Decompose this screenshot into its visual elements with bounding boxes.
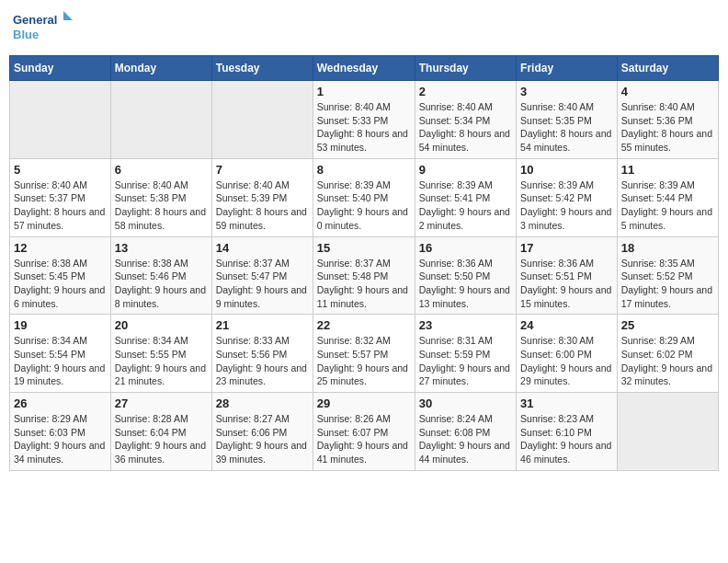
calendar-cell: 15Sunrise: 8:37 AM Sunset: 5:48 PM Dayli…	[313, 236, 415, 315]
day-detail: Sunrise: 8:27 AM Sunset: 6:06 PM Dayligh…	[216, 412, 309, 466]
calendar-cell: 7Sunrise: 8:40 AM Sunset: 5:39 PM Daylig…	[211, 158, 313, 236]
day-detail: Sunrise: 8:37 AM Sunset: 5:47 PM Dayligh…	[216, 257, 309, 311]
calendar-cell: 8Sunrise: 8:39 AM Sunset: 5:40 PM Daylig…	[313, 158, 415, 236]
day-number: 14	[216, 241, 309, 255]
day-detail: Sunrise: 8:34 AM Sunset: 5:54 PM Dayligh…	[14, 334, 107, 388]
day-detail: Sunrise: 8:29 AM Sunset: 6:03 PM Dayligh…	[14, 412, 107, 466]
day-detail: Sunrise: 8:39 AM Sunset: 5:41 PM Dayligh…	[419, 178, 512, 233]
day-detail: Sunrise: 8:23 AM Sunset: 6:10 PM Dayligh…	[520, 412, 613, 466]
day-number: 28	[216, 396, 309, 410]
weekday-header: Monday	[110, 56, 211, 81]
calendar-cell: 23Sunrise: 8:31 AM Sunset: 5:59 PM Dayli…	[415, 315, 516, 393]
day-detail: Sunrise: 8:40 AM Sunset: 5:36 PM Dayligh…	[621, 100, 714, 155]
day-detail: Sunrise: 8:39 AM Sunset: 5:40 PM Dayligh…	[317, 178, 411, 233]
calendar-week-row: 5Sunrise: 8:40 AM Sunset: 5:37 PM Daylig…	[10, 158, 719, 236]
calendar-cell: 27Sunrise: 8:28 AM Sunset: 6:04 PM Dayli…	[110, 393, 211, 471]
calendar-cell: 9Sunrise: 8:39 AM Sunset: 5:41 PM Daylig…	[415, 158, 516, 236]
calendar-cell: 28Sunrise: 8:27 AM Sunset: 6:06 PM Dayli…	[211, 393, 313, 471]
calendar-cell: 11Sunrise: 8:39 AM Sunset: 5:44 PM Dayli…	[617, 158, 718, 236]
day-number: 24	[520, 318, 613, 332]
day-detail: Sunrise: 8:34 AM Sunset: 5:55 PM Dayligh…	[115, 334, 208, 388]
day-detail: Sunrise: 8:24 AM Sunset: 6:08 PM Dayligh…	[419, 412, 512, 466]
calendar-cell: 19Sunrise: 8:34 AM Sunset: 5:54 PM Dayli…	[10, 315, 111, 393]
weekday-header: Thursday	[415, 56, 516, 81]
day-number: 2	[419, 85, 512, 98]
calendar-cell: 4Sunrise: 8:40 AM Sunset: 5:36 PM Daylig…	[617, 81, 718, 159]
calendar-cell: 16Sunrise: 8:36 AM Sunset: 5:50 PM Dayli…	[415, 236, 516, 315]
calendar-cell: 1Sunrise: 8:40 AM Sunset: 5:33 PM Daylig…	[313, 81, 415, 159]
day-number: 25	[621, 318, 714, 332]
day-detail: Sunrise: 8:40 AM Sunset: 5:39 PM Dayligh…	[216, 178, 309, 233]
day-number: 21	[216, 318, 309, 332]
day-detail: Sunrise: 8:40 AM Sunset: 5:35 PM Dayligh…	[520, 100, 613, 155]
calendar-week-row: 12Sunrise: 8:38 AM Sunset: 5:45 PM Dayli…	[10, 236, 719, 315]
calendar-cell: 31Sunrise: 8:23 AM Sunset: 6:10 PM Dayli…	[517, 393, 618, 471]
day-number: 19	[14, 318, 107, 332]
calendar-cell: 29Sunrise: 8:26 AM Sunset: 6:07 PM Dayli…	[313, 393, 415, 471]
calendar-week-row: 19Sunrise: 8:34 AM Sunset: 5:54 PM Dayli…	[10, 315, 719, 393]
calendar-cell: 17Sunrise: 8:36 AM Sunset: 5:51 PM Dayli…	[517, 236, 618, 315]
day-number: 20	[115, 318, 208, 332]
calendar-cell: 2Sunrise: 8:40 AM Sunset: 5:34 PM Daylig…	[415, 81, 516, 159]
day-detail: Sunrise: 8:40 AM Sunset: 5:34 PM Dayligh…	[419, 100, 512, 155]
calendar-cell	[10, 81, 111, 159]
day-detail: Sunrise: 8:38 AM Sunset: 5:46 PM Dayligh…	[115, 257, 208, 311]
calendar-cell: 26Sunrise: 8:29 AM Sunset: 6:03 PM Dayli…	[10, 393, 111, 471]
calendar-table: SundayMondayTuesdayWednesdayThursdayFrid…	[9, 55, 719, 471]
day-number: 5	[14, 163, 107, 177]
weekday-header: Wednesday	[313, 56, 415, 81]
calendar-cell: 10Sunrise: 8:39 AM Sunset: 5:42 PM Dayli…	[517, 158, 618, 236]
day-detail: Sunrise: 8:30 AM Sunset: 6:00 PM Dayligh…	[520, 334, 613, 388]
day-number: 9	[419, 163, 512, 177]
day-detail: Sunrise: 8:40 AM Sunset: 5:37 PM Dayligh…	[14, 178, 107, 233]
day-number: 13	[115, 241, 208, 255]
day-number: 1	[317, 85, 411, 98]
day-detail: Sunrise: 8:26 AM Sunset: 6:07 PM Dayligh…	[317, 412, 411, 466]
day-detail: Sunrise: 8:28 AM Sunset: 6:04 PM Dayligh…	[115, 412, 208, 466]
day-number: 29	[317, 396, 411, 410]
calendar-header-row: SundayMondayTuesdayWednesdayThursdayFrid…	[10, 56, 719, 81]
day-number: 30	[419, 396, 512, 410]
calendar-cell	[211, 81, 313, 159]
calendar-cell: 25Sunrise: 8:29 AM Sunset: 6:02 PM Dayli…	[617, 315, 718, 393]
calendar-cell	[110, 81, 211, 159]
calendar-cell: 20Sunrise: 8:34 AM Sunset: 5:55 PM Dayli…	[110, 315, 211, 393]
day-number: 6	[115, 163, 208, 177]
calendar-cell: 5Sunrise: 8:40 AM Sunset: 5:37 PM Daylig…	[10, 158, 111, 236]
day-detail: Sunrise: 8:35 AM Sunset: 5:52 PM Dayligh…	[621, 257, 714, 311]
day-detail: Sunrise: 8:31 AM Sunset: 5:59 PM Dayligh…	[419, 334, 512, 388]
day-detail: Sunrise: 8:36 AM Sunset: 5:51 PM Dayligh…	[520, 257, 613, 311]
day-number: 12	[14, 241, 107, 255]
calendar-cell: 24Sunrise: 8:30 AM Sunset: 6:00 PM Dayli…	[517, 315, 618, 393]
svg-marker-2	[63, 11, 73, 20]
day-detail: Sunrise: 8:39 AM Sunset: 5:42 PM Dayligh…	[520, 178, 613, 233]
day-number: 11	[621, 163, 714, 177]
day-detail: Sunrise: 8:40 AM Sunset: 5:33 PM Dayligh…	[317, 100, 411, 155]
day-number: 3	[520, 85, 613, 98]
calendar-cell: 14Sunrise: 8:37 AM Sunset: 5:47 PM Dayli…	[211, 236, 313, 315]
calendar-cell: 3Sunrise: 8:40 AM Sunset: 5:35 PM Daylig…	[517, 81, 618, 159]
day-detail: Sunrise: 8:40 AM Sunset: 5:38 PM Dayligh…	[115, 178, 208, 233]
day-number: 10	[520, 163, 613, 177]
calendar-cell: 6Sunrise: 8:40 AM Sunset: 5:38 PM Daylig…	[110, 158, 211, 236]
calendar-cell	[617, 393, 718, 471]
day-detail: Sunrise: 8:36 AM Sunset: 5:50 PM Dayligh…	[419, 257, 512, 311]
weekday-header: Tuesday	[211, 56, 313, 81]
day-detail: Sunrise: 8:29 AM Sunset: 6:02 PM Dayligh…	[621, 334, 714, 388]
svg-text:General: General	[13, 13, 57, 27]
day-number: 15	[317, 241, 411, 255]
svg-text:Blue: Blue	[13, 28, 39, 41]
day-number: 22	[317, 318, 411, 332]
weekday-header: Sunday	[10, 56, 111, 81]
day-number: 7	[216, 163, 309, 177]
day-detail: Sunrise: 8:37 AM Sunset: 5:48 PM Dayligh…	[317, 257, 411, 311]
page-header: General Blue	[9, 9, 719, 48]
day-number: 4	[621, 85, 714, 98]
day-number: 26	[14, 396, 107, 410]
calendar-cell: 30Sunrise: 8:24 AM Sunset: 6:08 PM Dayli…	[415, 393, 516, 471]
day-detail: Sunrise: 8:39 AM Sunset: 5:44 PM Dayligh…	[621, 178, 714, 233]
calendar-cell: 21Sunrise: 8:33 AM Sunset: 5:56 PM Dayli…	[211, 315, 313, 393]
calendar-cell: 13Sunrise: 8:38 AM Sunset: 5:46 PM Dayli…	[110, 236, 211, 315]
day-number: 31	[520, 396, 613, 410]
logo-svg: General Blue	[13, 9, 77, 48]
